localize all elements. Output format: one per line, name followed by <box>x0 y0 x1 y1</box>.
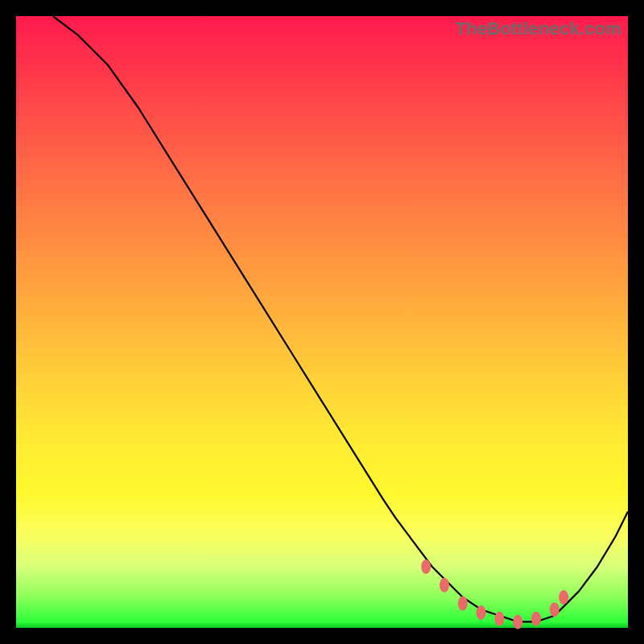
curve-marker <box>513 614 522 629</box>
curve-marker <box>531 612 541 626</box>
curve-marker <box>550 602 559 617</box>
curve-marker <box>440 578 449 592</box>
curve-marker <box>494 612 504 626</box>
curve-marker <box>559 590 568 605</box>
chart-area: TheBottleneck.com <box>16 16 628 628</box>
curve-marker <box>477 605 486 620</box>
chart-svg <box>16 16 628 628</box>
curve-marker <box>421 559 431 574</box>
bottleneck-curve <box>53 16 628 621</box>
curve-marker <box>458 597 468 611</box>
